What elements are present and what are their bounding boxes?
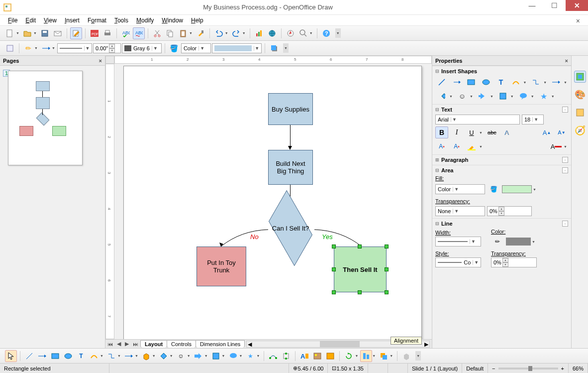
menu-help[interactable]: Help [187, 16, 207, 25]
drawing-toolbar-overflow-icon[interactable]: ▼ [415, 351, 421, 361]
open-dropdown-icon[interactable]: ▼ [33, 31, 37, 35]
font-color-button[interactable]: A [550, 140, 563, 152]
minimize-button[interactable]: — [521, 0, 543, 11]
text-tool[interactable]: T [75, 350, 87, 362]
fill-bucket-icon[interactable]: 🪣 [487, 183, 500, 195]
underline-button[interactable]: U [465, 126, 478, 138]
shape-flowchart-icon[interactable] [496, 90, 509, 102]
subscript-button[interactable]: A• [450, 140, 463, 152]
help-button[interactable]: ? [320, 27, 332, 39]
lines-arrows-tool[interactable] [123, 350, 135, 362]
toolbar2-overflow-icon[interactable]: ▼ [283, 43, 289, 53]
undo-dropdown-icon[interactable]: ▼ [225, 31, 228, 35]
toolbar-overflow-icon[interactable]: ▼ [335, 28, 341, 38]
shape-ellipse-icon[interactable] [480, 76, 492, 88]
connector-1[interactable] [290, 125, 291, 147]
shape-sell-it[interactable]: Then Sell It [334, 247, 387, 292]
hyperlink-button[interactable] [266, 27, 278, 39]
tab-nav-first-icon[interactable]: ⏮ [105, 341, 115, 347]
open-button[interactable] [21, 27, 33, 39]
highlight-button[interactable] [465, 140, 478, 152]
shape-block-arrow-icon[interactable] [476, 90, 489, 102]
font-name-combo[interactable]: Arial▼ [435, 115, 520, 124]
tab-layout[interactable]: Layout [140, 340, 167, 348]
curve-tool[interactable] [88, 350, 100, 362]
alignment-tool[interactable] [360, 350, 372, 362]
ellipse-tool[interactable] [62, 350, 74, 362]
line-style-select[interactable]: Co▼ [435, 257, 481, 267]
drawing-canvas[interactable]: Buy Supplies Build Next Big Thing Can I … [114, 64, 432, 339]
menu-file[interactable]: File [4, 16, 21, 25]
vertical-ruler[interactable]: 1234567 [105, 64, 114, 339]
line-width-select[interactable]: ▼ [435, 237, 481, 247]
selection-handle[interactable] [385, 245, 389, 249]
menu-insert[interactable]: Insert [61, 16, 84, 25]
autospellcheck-button[interactable]: ABC [133, 27, 145, 39]
line-style-combo[interactable]: ▼ [57, 43, 92, 53]
shape-connector-icon[interactable] [530, 76, 543, 88]
basic-shapes-tool[interactable] [158, 350, 170, 362]
spellcheck-button[interactable]: ABC [120, 27, 132, 39]
gallery-tool[interactable] [324, 350, 336, 362]
glue-points-tool[interactable] [280, 350, 292, 362]
select-tool[interactable] [5, 350, 17, 362]
shadow-text-button[interactable]: AA [500, 126, 513, 138]
superscript-button[interactable]: A• [435, 140, 448, 152]
status-style[interactable]: Default [462, 364, 488, 373]
transparency-mode-combo[interactable]: None▼ [435, 206, 485, 216]
section-insert-shapes-header[interactable]: Insert Shapes [435, 68, 568, 74]
symbol-shapes-tool[interactable]: ☺ [175, 350, 187, 362]
section-line-header[interactable]: Line▫ [435, 221, 568, 227]
menu-modify[interactable]: Modify [132, 16, 158, 25]
tab-nav-next-icon[interactable]: ▶ [123, 341, 131, 347]
section-more-icon[interactable]: ▫ [562, 107, 568, 113]
new-dropdown-icon[interactable]: ▼ [16, 31, 19, 35]
arrange-tool[interactable] [378, 350, 390, 362]
pages-panel-close-icon[interactable]: × [99, 58, 102, 64]
line-transparency-select[interactable]: 0%▲▼ [491, 257, 537, 267]
save-button[interactable] [39, 27, 51, 39]
shape-line-icon[interactable] [435, 76, 448, 88]
arrow-style-button[interactable]: ✏ [22, 42, 34, 54]
shape-toy-trunk[interactable]: Put In Toy Trunk [196, 247, 246, 286]
zoom-button[interactable] [297, 27, 309, 39]
properties-close-icon[interactable]: × [565, 58, 568, 64]
selection-handle[interactable] [358, 290, 362, 294]
zoom-dropdown-icon[interactable]: ▼ [309, 31, 313, 35]
from-file-tool[interactable] [311, 350, 323, 362]
format-paintbrush-button[interactable] [195, 27, 206, 39]
fill-color-combo[interactable]: ▼ [212, 43, 262, 53]
fill-mode-combo[interactable]: Color▼ [181, 43, 211, 53]
cut-button[interactable] [151, 27, 163, 39]
document-close-icon[interactable]: × [572, 16, 584, 26]
menu-format[interactable]: Format [84, 16, 110, 25]
selection-handle[interactable] [332, 245, 336, 249]
menu-window[interactable]: Window [158, 16, 187, 25]
zoom-slider[interactable]: −+ [488, 364, 569, 373]
close-button[interactable]: ✕ [566, 0, 588, 11]
shadow-button[interactable] [268, 42, 280, 54]
star-shapes-tool[interactable]: ★ [244, 350, 256, 362]
selection-handle[interactable] [332, 290, 336, 294]
shape-callout-icon[interactable] [517, 90, 530, 102]
chart-button[interactable] [253, 27, 265, 39]
menu-edit[interactable]: Edit [21, 16, 40, 25]
sidebar-gallery-icon[interactable]: 🎨 [574, 89, 586, 101]
edit-points-tool[interactable] [267, 350, 279, 362]
callout-shapes-tool[interactable] [227, 350, 239, 362]
horizontal-ruler[interactable]: 12345678 [114, 56, 432, 64]
email-button[interactable] [52, 27, 64, 39]
fontwork-tool[interactable]: A [298, 350, 310, 362]
shape-buy-supplies[interactable]: Buy Supplies [268, 93, 313, 125]
shape-star-icon[interactable]: ★ [537, 90, 550, 102]
line-endings-button[interactable] [40, 42, 52, 54]
paste-dropdown-icon[interactable]: ▼ [189, 31, 193, 35]
3d-tool[interactable] [140, 350, 152, 362]
shape-basic-icon[interactable] [435, 90, 448, 102]
arrow-tool[interactable] [36, 350, 48, 362]
shape-rect-icon[interactable] [465, 76, 478, 88]
section-text-header[interactable]: Text▫ [435, 107, 568, 113]
section-more-icon[interactable]: ▫ [562, 157, 568, 163]
section-paragraph-header[interactable]: Paragraph▫ [435, 157, 568, 163]
fill-color-swatch[interactable] [502, 185, 532, 193]
